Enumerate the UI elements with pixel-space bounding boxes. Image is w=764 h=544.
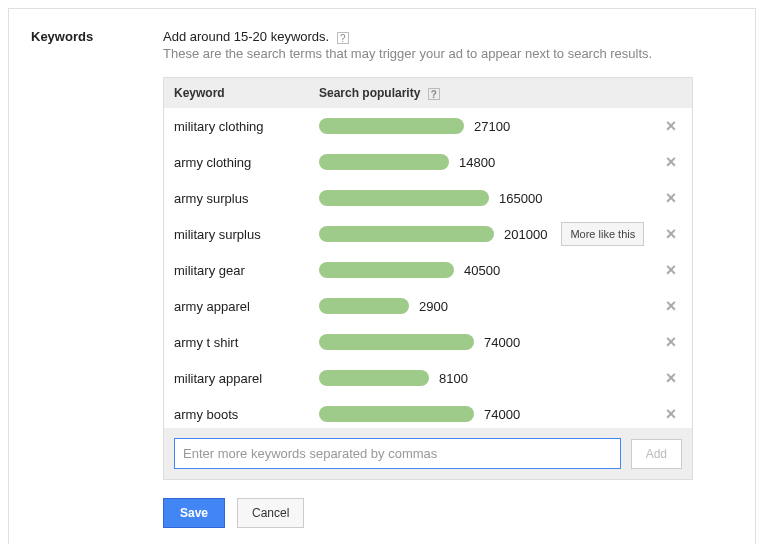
keyword-popularity: 40500: [319, 262, 658, 278]
popularity-bar: [319, 406, 474, 422]
popularity-value: 165000: [499, 191, 542, 206]
close-icon[interactable]: ×: [658, 117, 684, 135]
popularity-value: 40500: [464, 263, 500, 278]
popularity-value: 27100: [474, 119, 510, 134]
table-row: army clothing14800×: [164, 144, 692, 180]
popularity-value: 14800: [459, 155, 495, 170]
close-icon[interactable]: ×: [658, 369, 684, 387]
close-icon[interactable]: ×: [658, 261, 684, 279]
section-title: Keywords: [31, 29, 131, 44]
popularity-bar: [319, 370, 429, 386]
table-row: military clothing27100×: [164, 108, 692, 144]
keyword-popularity: 27100: [319, 118, 658, 134]
table-row: army boots74000×: [164, 396, 692, 428]
keyword-popularity: 165000: [319, 190, 658, 206]
column-header-keyword: Keyword: [174, 86, 319, 100]
keywords-list[interactable]: military clothing27100×army clothing1480…: [164, 108, 692, 428]
close-icon[interactable]: ×: [658, 225, 684, 243]
subhead-line2: These are the search terms that may trig…: [163, 46, 733, 61]
section-subhead: Add around 15-20 keywords. ? These are t…: [163, 29, 733, 61]
popularity-value: 2900: [419, 299, 448, 314]
keyword-popularity: 8100: [319, 370, 658, 386]
cancel-button[interactable]: Cancel: [237, 498, 304, 528]
save-button[interactable]: Save: [163, 498, 225, 528]
keywords-box: Keyword Search popularity ? military clo…: [163, 77, 693, 480]
keyword-popularity: 2900: [319, 298, 658, 314]
table-row: military apparel8100×: [164, 360, 692, 396]
popularity-value: 8100: [439, 371, 468, 386]
keyword-name: military clothing: [174, 119, 319, 134]
table-row: army apparel2900×: [164, 288, 692, 324]
keyword-name: military gear: [174, 263, 319, 278]
popularity-bar: [319, 190, 489, 206]
keyword-name: army surplus: [174, 191, 319, 206]
keyword-popularity: 14800: [319, 154, 658, 170]
panel-header: Keywords Add around 15-20 keywords. ? Th…: [31, 29, 733, 61]
footer-buttons: Save Cancel: [163, 498, 733, 528]
keyword-name: army boots: [174, 407, 319, 422]
table-row: army surplus165000×: [164, 180, 692, 216]
add-button[interactable]: Add: [631, 439, 682, 469]
close-icon[interactable]: ×: [658, 333, 684, 351]
popularity-value: 74000: [484, 335, 520, 350]
keyword-name: military surplus: [174, 227, 319, 242]
popularity-value: 201000: [504, 227, 547, 242]
popularity-bar: [319, 226, 494, 242]
popularity-value: 74000: [484, 407, 520, 422]
subhead-line1-text: Add around 15-20 keywords.: [163, 29, 329, 44]
keyword-popularity: 201000More like this: [319, 222, 658, 246]
column-header-popularity-text: Search popularity: [319, 86, 420, 100]
keywords-panel: Keywords Add around 15-20 keywords. ? Th…: [8, 8, 756, 544]
close-icon[interactable]: ×: [658, 189, 684, 207]
popularity-bar: [319, 118, 464, 134]
more-like-this-button[interactable]: More like this: [561, 222, 644, 246]
keyword-name: military apparel: [174, 371, 319, 386]
column-header-popularity: Search popularity ?: [319, 86, 682, 100]
keyword-name: army t shirt: [174, 335, 319, 350]
table-row: military surplus201000More like this×: [164, 216, 692, 252]
subhead-line1: Add around 15-20 keywords. ?: [163, 29, 733, 44]
close-icon[interactable]: ×: [658, 153, 684, 171]
help-icon[interactable]: ?: [428, 88, 440, 100]
keywords-table-header: Keyword Search popularity ?: [164, 78, 692, 108]
keyword-popularity: 74000: [319, 406, 658, 422]
close-icon[interactable]: ×: [658, 405, 684, 423]
close-icon[interactable]: ×: [658, 297, 684, 315]
popularity-bar: [319, 334, 474, 350]
table-row: military gear40500×: [164, 252, 692, 288]
keyword-popularity: 74000: [319, 334, 658, 350]
popularity-bar: [319, 154, 449, 170]
popularity-bar: [319, 262, 454, 278]
help-icon[interactable]: ?: [337, 32, 349, 44]
keyword-name: army clothing: [174, 155, 319, 170]
add-keyword-input[interactable]: [174, 438, 621, 469]
table-row: army t shirt74000×: [164, 324, 692, 360]
popularity-bar: [319, 298, 409, 314]
add-keyword-bar: Add: [164, 428, 692, 479]
keyword-name: army apparel: [174, 299, 319, 314]
